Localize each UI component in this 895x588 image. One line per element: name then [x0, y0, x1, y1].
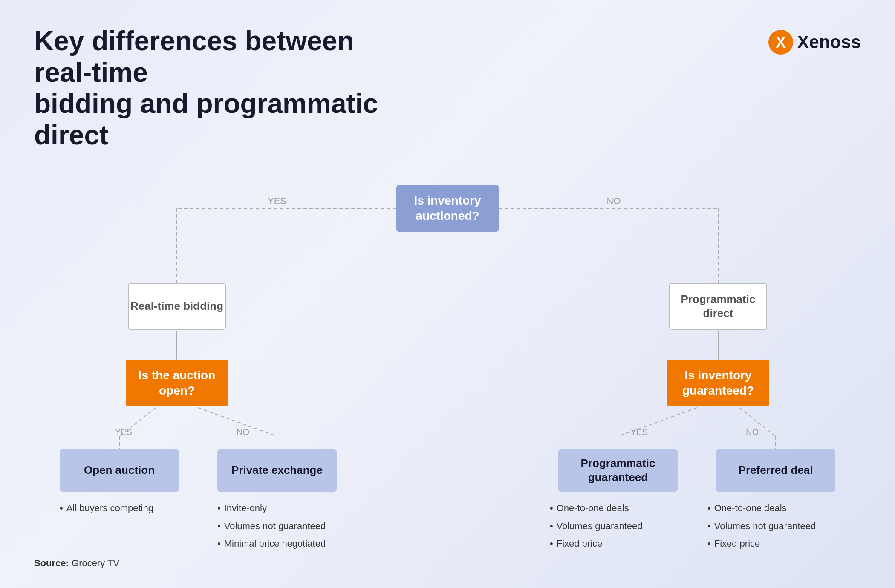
source-bold: Source: — [34, 558, 69, 568]
xenoss-logo-icon: X — [768, 30, 793, 55]
bullet-dot: • — [550, 500, 553, 516]
prog-direct-label: Programmatic direct — [670, 292, 766, 321]
svg-text:YES: YES — [631, 427, 648, 437]
svg-text:YES: YES — [268, 196, 286, 206]
source-normal: Grocery TV — [69, 558, 119, 568]
prog-direct-box: Programmatic direct — [669, 283, 767, 330]
source: Source: Grocery TV — [34, 558, 119, 569]
bullet-dot: • — [707, 518, 711, 534]
diagram: YES NO YES NO YES — [34, 172, 861, 588]
prog-guaranteed-bullets: • One-to-one deals • Volumes guaranteed … — [550, 500, 678, 553]
bullet-item: • Fixed price — [707, 536, 835, 551]
bullet-dot: • — [217, 500, 221, 516]
logo-text: Xenoss — [797, 32, 861, 52]
svg-text:YES: YES — [115, 427, 132, 437]
svg-text:NO: NO — [746, 427, 759, 437]
bullet-item: • Volumes guaranteed — [550, 518, 678, 534]
open-auction-bullets: • All buyers competing — [60, 500, 179, 518]
preferred-deal-box: Preferred deal — [716, 449, 835, 492]
bullet-text: All buyers competing — [66, 500, 153, 516]
bullet-item: • Fixed price — [550, 536, 678, 551]
private-exchange-box: Private exchange — [217, 449, 337, 492]
svg-text:NO: NO — [237, 427, 249, 437]
page-title: Key differences between real-timebidding… — [34, 26, 418, 151]
bullet-dot: • — [217, 536, 221, 551]
preferred-deal-label: Preferred deal — [739, 463, 813, 478]
bullet-text: Fixed price — [714, 536, 760, 551]
bullet-item: • Volumes not guaranteed — [217, 518, 345, 534]
bullet-text: Invite-only — [224, 500, 267, 516]
decision-box-top: Is inventory auctioned? — [396, 185, 499, 232]
bullet-item: • One-to-one deals — [707, 500, 835, 516]
bullet-dot: • — [60, 500, 63, 516]
bullet-item: • Invite-only — [217, 500, 345, 516]
bullet-text: Volumes not guaranteed — [224, 518, 326, 534]
bullet-text: Volumes guaranteed — [557, 518, 643, 534]
bullet-dot: • — [707, 536, 711, 551]
bullet-item: • All buyers competing — [60, 500, 179, 516]
bullet-dot: • — [217, 518, 221, 534]
prog-guaranteed-box: Programmatic guaranteed — [558, 449, 678, 492]
svg-line-19 — [739, 408, 776, 436]
preferred-deal-bullets: • One-to-one deals • Volumes not guarant… — [707, 500, 835, 553]
bullet-text: Volumes not guaranteed — [714, 518, 816, 534]
bullet-text: Fixed price — [557, 536, 603, 551]
bullet-item: • Volumes not guaranteed — [707, 518, 835, 534]
svg-text:X: X — [776, 34, 786, 51]
auction-open-box: Is the auction open? — [126, 360, 228, 406]
private-exchange-label: Private exchange — [231, 463, 323, 478]
header: Key differences between real-timebidding… — [34, 26, 861, 151]
bullet-dot: • — [707, 500, 711, 516]
bullet-text: Minimal price negotiated — [224, 536, 326, 551]
inv-guaranteed-box: Is inventory guaranteed? — [667, 360, 769, 406]
decision-top-label: Is inventory auctioned? — [396, 193, 499, 224]
svg-text:NO: NO — [607, 196, 621, 206]
svg-line-16 — [618, 408, 697, 436]
bullet-item: • Minimal price negotiated — [217, 536, 345, 551]
svg-line-13 — [198, 408, 277, 436]
open-auction-label: Open auction — [84, 463, 155, 478]
bullet-dot: • — [550, 536, 553, 551]
page-container: Key differences between real-timebidding… — [0, 0, 895, 588]
logo: X Xenoss — [768, 30, 861, 55]
bullet-item: • One-to-one deals — [550, 500, 678, 516]
prog-guaranteed-label: Programmatic guaranteed — [558, 456, 678, 485]
auction-open-label: Is the auction open? — [126, 368, 228, 399]
bullet-dot: • — [550, 518, 553, 534]
open-auction-box: Open auction — [60, 449, 179, 492]
bullet-text: One-to-one deals — [557, 500, 629, 516]
rtb-label: Real-time bidding — [130, 299, 223, 314]
private-exchange-bullets: • Invite-only • Volumes not guaranteed •… — [217, 500, 345, 553]
bullet-text: One-to-one deals — [714, 500, 787, 516]
svg-line-10 — [119, 408, 156, 436]
rtb-box: Real-time bidding — [128, 283, 226, 330]
inv-guaranteed-label: Is inventory guaranteed? — [667, 368, 769, 399]
